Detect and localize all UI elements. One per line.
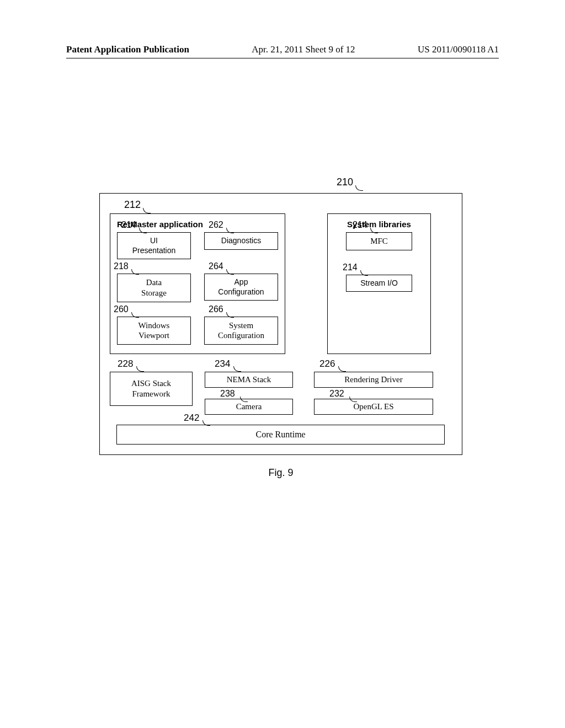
ref-262: 262: [209, 220, 223, 230]
ref-228-text: 228: [118, 358, 133, 369]
ref-214b-text: 214: [353, 220, 367, 229]
ref-212-text: 212: [124, 199, 141, 210]
syslib-title: System libraries: [334, 220, 424, 229]
figure-9: 210 212 RetMaster application 214 UI Pre…: [99, 193, 462, 479]
aisg-col: 228 AISG Stack Framework: [110, 372, 193, 415]
ref-218-text: 218: [114, 261, 129, 271]
system-config-wrap: 266 System Configuration: [204, 317, 278, 345]
ref-266: 266: [209, 304, 223, 314]
ref-238-text: 238: [220, 389, 235, 398]
diagnostics-wrap: 262 Diagnostics: [204, 232, 278, 259]
rendering-block: Rendering Driver: [314, 372, 433, 388]
spacer: [301, 213, 312, 354]
hook-icon: [143, 208, 151, 213]
ref-232: 232: [314, 389, 433, 399]
ref-226-text: 226: [319, 358, 335, 369]
ref-262-text: 262: [209, 220, 223, 229]
ref-226: 226: [319, 358, 335, 370]
opengl-block: OpenGL ES: [314, 399, 433, 415]
ref-266-text: 266: [209, 304, 223, 314]
figure-caption: Fig. 9: [99, 467, 462, 479]
hook-icon: [338, 366, 346, 372]
ref-238: 238: [205, 389, 293, 399]
ref-214c: 214: [343, 263, 358, 272]
mfc-wrap: 214 MFC: [346, 232, 412, 250]
syslib-panel: System libraries 214 MFC 214: [327, 213, 431, 354]
ref-214c-text: 214: [343, 263, 358, 272]
ref-228: 228: [118, 358, 133, 370]
retmaster-grid: 214 UI Presentation 262 Diagnostics: [117, 232, 278, 345]
ui-presentation-block: UI Presentation: [117, 232, 191, 259]
aisg-block: AISG Stack Framework: [110, 372, 193, 406]
syslib-stack: 214 MFC 214 Stream I/O: [334, 232, 424, 292]
nema-col: 234 NEMA Stack 238 Camera: [205, 372, 293, 415]
row-top: RetMaster application 214 UI Presentatio…: [110, 213, 452, 354]
rendering-col: 226 Rendering Driver 232 OpenGL ES: [314, 372, 433, 415]
ref-210: 210: [337, 176, 353, 188]
system-config-block: System Configuration: [204, 317, 278, 345]
ref-214a: 214: [121, 220, 136, 230]
ref-264-text: 264: [209, 261, 223, 271]
ref-232-text: 232: [329, 389, 344, 398]
header-left: Patent Application Publication: [66, 44, 189, 55]
ref-214b: 214: [353, 220, 367, 230]
retmaster-panel: RetMaster application 214 UI Presentatio…: [110, 213, 285, 354]
hook-icon: [355, 185, 363, 191]
hook-icon: [136, 366, 144, 372]
diagnostics-block: Diagnostics: [204, 232, 278, 250]
app-config-wrap: 264 App Configuration: [204, 274, 278, 302]
ref-212: 212: [124, 199, 141, 211]
ref-234: 234: [215, 358, 230, 370]
windows-viewport-block: Windows Viewport: [117, 317, 191, 345]
row-middle: 228 AISG Stack Framework 234 NEMA Stack …: [110, 372, 452, 415]
header-center: Apr. 21, 2011 Sheet 9 of 12: [189, 44, 418, 55]
header-right: US 2011/0090118 A1: [418, 44, 499, 55]
windows-viewport-wrap: 260 Windows Viewport: [117, 317, 191, 345]
stream-io-wrap: 214 Stream I/O: [346, 275, 412, 292]
data-storage-block: Data Storage: [117, 274, 191, 302]
ref-260-text: 260: [114, 304, 129, 314]
ref-260: 260: [114, 304, 129, 314]
ref-234-text: 234: [215, 358, 230, 369]
header-divider: [66, 58, 499, 58]
ref-242-text: 242: [184, 413, 199, 423]
ref-264: 264: [209, 261, 223, 271]
ref-210-text: 210: [337, 176, 353, 188]
ref-218: 218: [114, 261, 129, 271]
row-runtime: 242 Core Runtime: [110, 425, 452, 445]
page-header: Patent Application Publication Apr. 21, …: [66, 44, 499, 55]
hook-icon: [233, 366, 241, 372]
data-storage-wrap: 218 Data Storage: [117, 274, 191, 302]
ref-214a-text: 214: [121, 220, 136, 229]
ref-242: 242: [184, 413, 199, 424]
outer-box: 212 RetMaster application 214 UI Present…: [99, 193, 462, 455]
mfc-block: MFC: [346, 232, 412, 250]
ui-presentation-wrap: 214 UI Presentation: [117, 232, 191, 259]
stream-io-block: Stream I/O: [346, 275, 412, 292]
nema-block: NEMA Stack: [205, 372, 293, 388]
camera-block: Camera: [205, 399, 293, 415]
runtime-block: Core Runtime: [116, 425, 445, 445]
app-config-block: App Configuration: [204, 274, 278, 301]
